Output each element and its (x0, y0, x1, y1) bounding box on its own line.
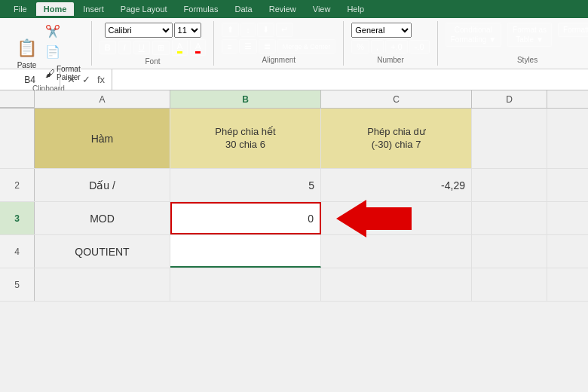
font-buttons-top: Calibri 11 (105, 23, 201, 38)
merge-center-button[interactable]: Merge & Center (277, 39, 336, 54)
formula-bar: B4 ✕ ✓ fx (0, 69, 588, 90)
cell-c5[interactable] (321, 268, 472, 301)
wrap-text-button[interactable]: ↵ (276, 23, 293, 37)
table-row: Hàm Phép chia hết 30 chia 6 Phép chia dư… (0, 109, 588, 169)
confirm-icon[interactable]: ✓ (80, 74, 92, 85)
col-header-a[interactable]: A (35, 90, 170, 108)
cell-b1[interactable]: Phép chia hết 30 chia 6 (170, 109, 321, 168)
row-num-1[interactable] (0, 109, 35, 168)
tab-help[interactable]: Help (339, 2, 372, 16)
tab-home[interactable]: Home (36, 2, 75, 16)
cell-c1[interactable]: Phép chia dư (-30) chia 7 (321, 109, 472, 168)
italic-button[interactable]: I (118, 41, 131, 54)
alignment-label: Alignment (262, 56, 296, 64)
underline-button[interactable]: U (133, 41, 150, 54)
cell-a3[interactable]: MOD (35, 202, 170, 234)
col-header-d[interactable]: D (472, 90, 547, 108)
col-header-c[interactable]: C (321, 90, 472, 108)
cell-a5[interactable] (35, 268, 170, 301)
align-right-button[interactable]: ≣ (259, 39, 276, 54)
row-num-4[interactable]: 4 (0, 235, 35, 268)
align-left-button[interactable]: ≡ (222, 39, 237, 54)
align-top-button[interactable]: ⬆ (222, 23, 239, 37)
row-num-2[interactable]: 2 (0, 169, 35, 201)
cell-a4-value: QOUTIENT (75, 246, 129, 258)
number-format-select[interactable]: General (351, 23, 412, 38)
cell-b4[interactable] (170, 235, 321, 268)
col-header-b[interactable]: B (170, 90, 321, 108)
cell-b2[interactable]: 5 (170, 169, 321, 201)
cell-d3[interactable] (472, 202, 547, 234)
cell-reference-box[interactable]: B4 (0, 69, 60, 90)
cell-d1[interactable] (472, 109, 547, 168)
table-row: 4 QOUTIENT (0, 235, 588, 268)
red-arrow-icon (336, 200, 412, 237)
cell-c4[interactable] (321, 235, 472, 268)
cell-c2[interactable]: -4,29 (321, 169, 472, 201)
border-button[interactable]: ⊞ (152, 41, 170, 55)
tab-page-layout[interactable]: Page Layout (113, 2, 175, 16)
font-color-button[interactable]: A (190, 39, 206, 56)
font-size-select[interactable]: 11 (174, 23, 201, 38)
tab-view[interactable]: View (305, 2, 338, 16)
ribbon-number-section: General % , +.0 -.0 Number (344, 21, 437, 66)
font-label: Font (145, 57, 161, 66)
cell-b2-value: 5 (308, 179, 314, 191)
copy-button[interactable]: 📄 (42, 43, 84, 60)
fx-icon[interactable]: fx (95, 74, 107, 85)
comma-button[interactable]: , (371, 40, 384, 54)
font-format-buttons: B I U ⊞ A A (100, 39, 207, 56)
cancel-icon[interactable]: ✕ (65, 74, 77, 85)
ribbon-area: 📋 Paste ✂️ 📄 🖌 Format Painter Clipboard … (0, 18, 588, 69)
cell-a2[interactable]: Dấu / (35, 169, 170, 201)
cell-b3[interactable]: 0 (170, 202, 321, 234)
font-family-select[interactable]: Calibri (105, 23, 173, 38)
tab-data[interactable]: Data (227, 2, 259, 16)
formula-input[interactable] (112, 69, 588, 90)
cell-c1-line2: (-30) chia 7 (372, 139, 421, 152)
cell-b1-line2: 30 chia 6 (225, 139, 265, 152)
percent-button[interactable]: % (351, 40, 369, 54)
ribbon-styles-section: ConditionalFormatting ▼ Format asTable ▼… (438, 21, 588, 66)
cell-b5[interactable] (170, 268, 321, 301)
align-middle-button[interactable]: ↕ (240, 23, 256, 37)
paste-label: Paste (17, 61, 37, 69)
row-num-5[interactable]: 5 (0, 268, 35, 301)
conditional-formatting-button[interactable]: ConditionalFormatting ▼ (446, 23, 501, 47)
table-row: 3 MOD 0 (0, 202, 588, 235)
paste-button[interactable]: 📋 (14, 37, 40, 60)
number-label: Number (377, 56, 404, 64)
tab-file[interactable]: File (6, 2, 35, 16)
increase-decimal-button[interactable]: +.0 (385, 40, 408, 54)
cell-a2-value: Dấu / (89, 179, 115, 191)
ribbon-alignment-section: ⬆ ↕ ⬇ ↵ ≡ ☰ ≣ Merge & Center Alignment (214, 21, 344, 66)
row-num-3[interactable]: 3 (0, 202, 35, 234)
cell-d5[interactable] (472, 268, 547, 301)
align-center-button[interactable]: ☰ (239, 39, 257, 54)
cell-d4[interactable] (472, 235, 547, 268)
cut-button[interactable]: ✂️ (42, 23, 84, 40)
spreadsheet: A B C D Hàm Phép chia hết 30 chia 6 Phép… (0, 90, 588, 392)
format-as-table-button[interactable]: Format asTable ▼ (507, 23, 552, 47)
ribbon-tabs: File Home Insert Page Layout Formulas Da… (0, 0, 588, 18)
table-row: 2 Dấu / 5 -4,29 (0, 169, 588, 202)
bold-button[interactable]: B (100, 41, 116, 54)
cell-d2[interactable] (472, 169, 547, 201)
cell-b3-value: 0 (308, 213, 314, 225)
ribbon-font-section: Calibri 11 B I U ⊞ A A Font (92, 21, 215, 66)
cell-c1-line1: Phép chia dư (367, 126, 425, 139)
cell-a1[interactable]: Hàm (35, 109, 170, 168)
formatting-star-button[interactable]: Formatting * (558, 23, 588, 37)
tab-formulas[interactable]: Formulas (176, 2, 226, 16)
tab-review[interactable]: Review (262, 2, 304, 16)
align-bottom-button[interactable]: ⬇ (257, 23, 274, 37)
styles-buttons: ConditionalFormatting ▼ Format asTable ▼… (446, 23, 588, 47)
table-row: 5 (0, 268, 588, 302)
fill-color-button[interactable]: A (172, 39, 188, 56)
styles-label: Styles (517, 56, 537, 64)
cell-a4[interactable]: QOUTIENT (35, 235, 170, 268)
decrease-decimal-button[interactable]: -.0 (409, 40, 430, 54)
cell-c3[interactable] (321, 202, 472, 234)
tab-insert[interactable]: Insert (75, 2, 112, 16)
cell-a3-value: MOD (90, 213, 115, 225)
